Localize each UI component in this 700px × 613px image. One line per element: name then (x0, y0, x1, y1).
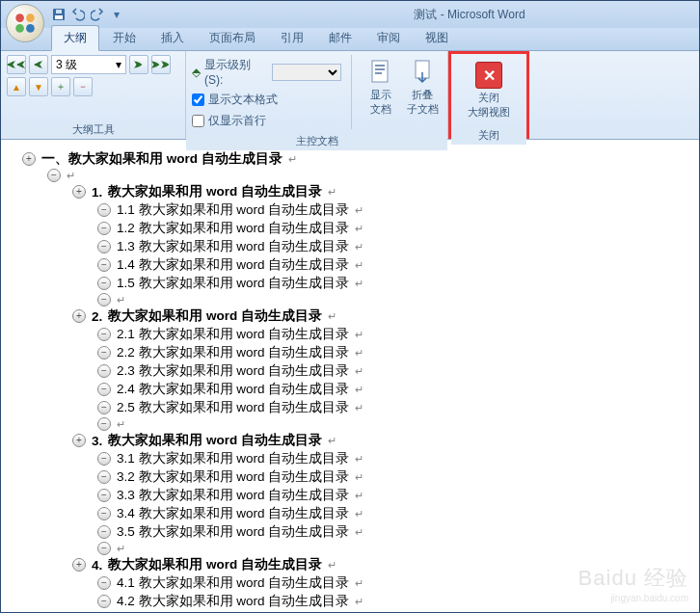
collapse-bullet[interactable] (97, 383, 111, 396)
heading-3-text[interactable]: 4.1 教大家如果和用 word 自动生成目录 (117, 574, 349, 592)
heading-3-text[interactable]: 4.2 教大家如果和用 word 自动生成目录 (117, 593, 349, 610)
collapse-bullet[interactable] (97, 346, 111, 360)
heading-3-text[interactable]: 3.3 教大家如果和用 word 自动生成目录 (117, 487, 349, 504)
save-icon[interactable] (51, 7, 67, 22)
ribbon: ⮜⮜ ⮜ 3 级▾ ⮞ ⮞⮞ ▲ ▼ ＋ － 大纲工具 ⬘ (1, 51, 699, 140)
show-level-label: 显示级别(S): (204, 57, 268, 87)
collapse-bullet[interactable] (97, 293, 111, 306)
collapse-icon[interactable]: － (73, 77, 93, 96)
tab-insert[interactable]: 插入 (149, 26, 196, 50)
paragraph-mark-icon: ↵ (355, 490, 363, 502)
collapse-bullet[interactable] (97, 452, 111, 466)
heading-2-num[interactable]: 3. (92, 434, 102, 448)
collapse-bullet[interactable] (97, 489, 111, 502)
paragraph-mark-icon: ↵ (328, 186, 337, 199)
show-document-button[interactable]: 显示 文档 (362, 55, 399, 120)
tab-references[interactable]: 引用 (269, 26, 315, 50)
heading-3-text[interactable]: 1.5 教大家如果和用 word 自动生成目录 (117, 275, 349, 292)
close-outline-button[interactable]: ✕ 关闭 大纲视图 (457, 58, 521, 123)
heading-2-num[interactable]: 2. (92, 309, 102, 324)
heading-2-text[interactable]: 教大家如果和用 word 自动生成目录 (108, 556, 322, 573)
window-title: 测试 - Microsoft Word (240, 7, 699, 23)
tab-home[interactable]: 开始 (101, 26, 148, 50)
heading-3-text[interactable]: 4.3 教大家如果和用 word 自动生成目录 (117, 611, 349, 612)
heading-3-text[interactable]: 2.1 教大家如果和用 word 自动生成目录 (117, 326, 349, 343)
heading-3-text[interactable]: 1.1 教大家如果和用 word 自动生成目录 (117, 201, 349, 219)
collapse-bullet[interactable] (97, 240, 111, 253)
svg-rect-9 (375, 68, 385, 70)
heading-3-text[interactable]: 3.2 教大家如果和用 word 自动生成目录 (117, 468, 349, 486)
heading-2-text[interactable]: 教大家如果和用 word 自动生成目录 (108, 307, 322, 325)
heading-2-text[interactable]: 教大家如果和用 word 自动生成目录 (108, 432, 322, 449)
expand-bullet[interactable] (72, 309, 86, 323)
collapse-bullet[interactable] (97, 542, 111, 555)
expand-bullet[interactable] (72, 434, 86, 447)
close-icon: ✕ (475, 62, 502, 89)
heading-3-text[interactable]: 1.4 教大家如果和用 word 自动生成目录 (117, 256, 349, 274)
paragraph-mark-icon: ↵ (328, 559, 337, 572)
heading-3-text[interactable]: 2.2 教大家如果和用 word 自动生成目录 (117, 344, 349, 361)
collapse-bullet[interactable] (97, 277, 111, 290)
heading-2-num[interactable]: 1. (92, 185, 102, 200)
collapse-bullet[interactable] (97, 576, 111, 590)
tab-view[interactable]: 视图 (414, 26, 460, 50)
redo-icon[interactable] (90, 7, 105, 22)
svg-point-2 (15, 24, 24, 33)
document-outline[interactable]: 一、教大家如果和用 word 自动生成目录↵ ↵ 1. 教大家如果和用 word… (1, 140, 699, 612)
collapse-bullet[interactable] (97, 401, 111, 414)
show-formatting-checkbox[interactable]: 显示文本格式 (192, 92, 341, 108)
collapse-bullet[interactable] (97, 203, 111, 217)
heading-3-text[interactable]: 2.3 教大家如果和用 word 自动生成目录 (117, 362, 349, 380)
collapse-bullet[interactable] (97, 507, 111, 520)
heading-3-text[interactable]: 1.3 教大家如果和用 word 自动生成目录 (117, 238, 349, 255)
expand-bullet[interactable] (22, 152, 36, 166)
show-level-select[interactable] (272, 64, 341, 81)
promote-to-h1-icon[interactable]: ⮜⮜ (7, 55, 26, 74)
svg-rect-8 (375, 65, 385, 67)
office-button[interactable] (6, 4, 44, 42)
tab-outline[interactable]: 大纲 (51, 25, 99, 51)
collapse-bullet[interactable] (97, 470, 111, 484)
collapse-bullet[interactable] (97, 222, 111, 235)
collapse-subdocs-button[interactable]: 折叠 子文档 (404, 55, 442, 120)
collapse-bullet[interactable] (97, 258, 111, 272)
group-label-master: 主控文档 (186, 133, 447, 150)
collapse-bullet[interactable] (97, 364, 111, 378)
heading-2-text[interactable]: 教大家如果和用 word 自动生成目录 (108, 183, 322, 200)
qat-customize-icon[interactable]: ▾ (109, 7, 124, 22)
heading-1[interactable]: 一、教大家如果和用 word 自动生成目录 (41, 150, 283, 168)
collapse-bullet[interactable] (97, 417, 111, 431)
collapse-subdocs-label: 折叠 子文档 (407, 88, 439, 117)
promote-icon[interactable]: ⮜ (29, 55, 48, 74)
group-master-document: ⬘ 显示级别(S): 显示文本格式 仅显示首行 显示 文档 折叠 子文档 主控文… (186, 51, 448, 139)
heading-3-text[interactable]: 2.4 教大家如果和用 word 自动生成目录 (117, 381, 349, 398)
first-line-only-checkbox[interactable]: 仅显示首行 (192, 113, 341, 129)
outline-level-select[interactable]: 3 级▾ (51, 55, 126, 74)
demote-to-body-icon[interactable]: ⮞⮞ (151, 55, 171, 74)
heading-3-text[interactable]: 3.4 教大家如果和用 word 自动生成目录 (117, 505, 349, 522)
heading-3-text[interactable]: 1.2 教大家如果和用 word 自动生成目录 (117, 220, 349, 237)
tab-layout[interactable]: 页面布局 (198, 26, 267, 50)
heading-3-text[interactable]: 3.5 教大家如果和用 word 自动生成目录 (117, 523, 349, 541)
collapse-bullet[interactable] (97, 525, 111, 539)
expand-bullet[interactable] (72, 558, 86, 572)
move-up-icon[interactable]: ▲ (7, 77, 26, 96)
heading-2-num[interactable]: 4. (92, 558, 102, 573)
demote-icon[interactable]: ⮞ (129, 55, 148, 74)
tab-review[interactable]: 审阅 (365, 26, 412, 50)
svg-point-3 (26, 24, 35, 33)
heading-3-text[interactable]: 3.1 教大家如果和用 word 自动生成目录 (117, 450, 349, 467)
expand-bullet[interactable] (72, 185, 86, 199)
collapse-bullet[interactable] (47, 169, 61, 182)
svg-rect-5 (55, 15, 63, 19)
expand-icon[interactable]: ＋ (51, 77, 70, 96)
collapse-bullet[interactable] (97, 328, 111, 341)
collapse-bullet[interactable] (97, 595, 111, 608)
tab-mailings[interactable]: 邮件 (317, 26, 363, 50)
undo-icon[interactable] (70, 7, 86, 22)
paragraph-mark-icon: ↵ (288, 153, 297, 166)
heading-3-text[interactable]: 2.5 教大家如果和用 word 自动生成目录 (117, 399, 349, 416)
svg-point-1 (26, 13, 35, 22)
move-down-icon[interactable]: ▼ (29, 77, 48, 96)
paragraph-mark-icon: ↵ (355, 204, 363, 217)
